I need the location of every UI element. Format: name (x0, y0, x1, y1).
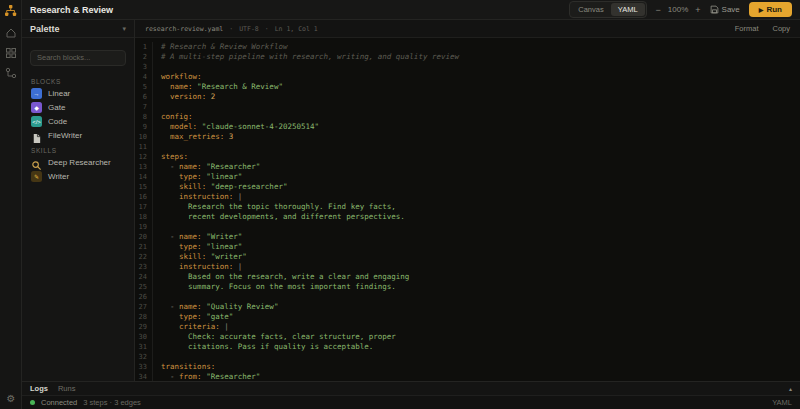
line-number: 12 (135, 152, 153, 162)
line-number: 13 (135, 162, 153, 172)
palette-item-deep-researcher[interactable]: Deep Researcher (22, 156, 134, 170)
code-line: 14 type: "linear" (135, 172, 800, 182)
code-line: 13 - name: "Researcher" (135, 162, 800, 172)
view-toggle-canvas[interactable]: Canvas (571, 3, 610, 16)
palette-section-label: Blocks (22, 76, 134, 87)
linear-icon: → (31, 88, 42, 99)
palette-item-label: Gate (48, 103, 65, 112)
line-number: 31 (135, 342, 153, 352)
code-line: 34 - from: "Researcher" (135, 372, 800, 381)
line-number: 33 (135, 362, 153, 372)
code-line: 3 (135, 62, 800, 72)
code-line: 17 Research the topic thoroughly. Find k… (135, 202, 800, 212)
save-button[interactable]: Save (710, 5, 740, 14)
code-line: 18 recent developments, and different pe… (135, 212, 800, 222)
editor-header: research-review.yaml · UTF-8 · Ln 1, Col… (135, 20, 800, 38)
expand-panel-icon[interactable]: ▴ (789, 385, 792, 392)
zoom-controls: − 100% + (656, 5, 701, 15)
palette-search (22, 38, 134, 74)
code-line: 7 (135, 102, 800, 112)
palette-title: Palette (30, 24, 60, 34)
pencil-icon: ✎ (31, 171, 42, 182)
line-number: 27 (135, 302, 153, 312)
graph-summary: 3 steps · 3 edges (83, 398, 141, 407)
palette-sections: Blocks→Linear◆Gate</>CodeFileWriterSkill… (22, 76, 134, 184)
meta-separator: · (229, 25, 233, 33)
encoding: UTF-8 (239, 25, 259, 33)
tab-runs[interactable]: Runs (58, 384, 76, 393)
line-number: 21 (135, 242, 153, 252)
line-number: 8 (135, 112, 153, 122)
palette-item-writer[interactable]: ✎Writer (22, 170, 134, 184)
line-number: 17 (135, 202, 153, 212)
run-button[interactable]: ▶ Run (749, 2, 792, 17)
app-window: ⚙ Research & Review Canvas YAML − 100% +… (0, 0, 800, 409)
line-number: 23 (135, 262, 153, 272)
chevron-down-icon[interactable]: ▾ (122, 25, 126, 33)
top-bar-controls: Canvas YAML − 100% + Save ▶ Run (569, 1, 792, 18)
palette-item-label: FileWriter (48, 131, 82, 140)
code-line: 11 (135, 142, 800, 152)
code-editor[interactable]: 1# Research & Review Workflow2# A multi-… (135, 38, 800, 381)
palette-item-filewriter[interactable]: FileWriter (22, 129, 134, 143)
flow-icon[interactable] (5, 67, 17, 79)
code-line: 8config: (135, 112, 800, 122)
editor-actions: Format Copy (735, 24, 790, 33)
copy-button[interactable]: Copy (772, 24, 790, 33)
code-line: 27 - name: "Quality Review" (135, 302, 800, 312)
palette-item-gate[interactable]: ◆Gate (22, 101, 134, 115)
blocks-grid-icon[interactable] (5, 47, 17, 59)
connected-dot-icon (30, 400, 35, 405)
meta-separator: · (265, 25, 269, 33)
zoom-level: 100% (668, 5, 688, 14)
code-line: 10 max_retries: 3 (135, 132, 800, 142)
line-number: 16 (135, 192, 153, 202)
code-icon: </> (31, 116, 42, 127)
icon-rail: ⚙ (0, 0, 22, 409)
page-title: Research & Review (30, 5, 113, 15)
line-number: 25 (135, 282, 153, 292)
line-number: 29 (135, 322, 153, 332)
code-line: 2# A multi-step pipeline with research, … (135, 52, 800, 62)
palette-panel: Palette ▾ Blocks→Linear◆Gate</>CodeFileW… (22, 20, 135, 381)
bottom-panel-bar: Logs Runs ▴ (22, 381, 800, 395)
code-line: 24 Based on the research, write a clear … (135, 272, 800, 282)
format-button[interactable]: Format (735, 24, 759, 33)
save-label: Save (722, 5, 740, 14)
line-number: 34 (135, 372, 153, 381)
code-line: 23 instruction: | (135, 262, 800, 272)
line-number: 1 (135, 42, 153, 52)
palette-section-label: Skills (22, 145, 134, 156)
line-number: 28 (135, 312, 153, 322)
top-bar: Research & Review Canvas YAML − 100% + S… (22, 0, 800, 20)
line-number: 10 (135, 132, 153, 142)
zoom-in-button[interactable]: + (695, 5, 700, 15)
magnifier-icon (31, 157, 42, 168)
code-line: 20 - name: "Writer" (135, 232, 800, 242)
line-number: 22 (135, 252, 153, 262)
cursor-position: Ln 1, Col 1 (275, 25, 318, 33)
line-number: 26 (135, 292, 153, 302)
line-number: 24 (135, 272, 153, 282)
palette-item-code[interactable]: </>Code (22, 115, 134, 129)
zoom-out-button[interactable]: − (656, 5, 661, 15)
home-icon[interactable] (5, 27, 17, 39)
tab-logs[interactable]: Logs (30, 384, 48, 393)
code-line: 22 skill: "writer" (135, 252, 800, 262)
gear-icon[interactable]: ⚙ (0, 393, 22, 404)
line-number: 3 (135, 62, 153, 72)
code-line: 25 summary. Focus on the most important … (135, 282, 800, 292)
palette-item-linear[interactable]: →Linear (22, 87, 134, 101)
gate-icon: ◆ (31, 102, 42, 113)
view-toggle-yaml[interactable]: YAML (611, 3, 645, 16)
code-line: 30 Check: accurate facts, clear structur… (135, 332, 800, 342)
logo-icon (4, 4, 17, 17)
line-number: 6 (135, 92, 153, 102)
code-line: 32 (135, 352, 800, 362)
code-line: 16 instruction: | (135, 192, 800, 202)
view-toggle: Canvas YAML (569, 1, 646, 18)
search-input[interactable] (30, 50, 126, 66)
code-line: 4workflow: (135, 72, 800, 82)
line-number: 11 (135, 142, 153, 152)
status-bar: Connected 3 steps · 3 edges YAML (22, 395, 800, 409)
